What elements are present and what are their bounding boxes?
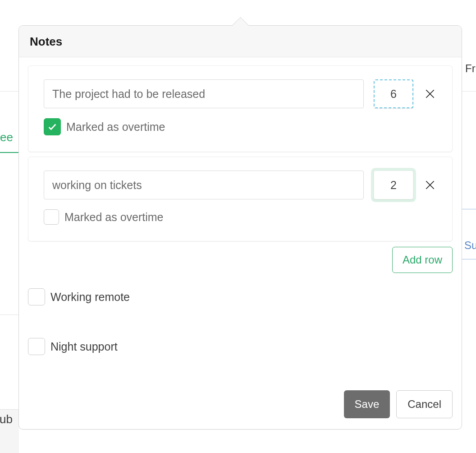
note-hours-input[interactable]: [374, 171, 413, 199]
note-text-input[interactable]: [44, 171, 364, 199]
note-card: Marked as overtime: [28, 65, 453, 152]
add-row-wrap: Add row: [28, 247, 453, 273]
overtime-checkbox[interactable]: [44, 118, 61, 135]
note-text-input[interactable]: [44, 79, 364, 108]
cancel-button[interactable]: Cancel: [396, 390, 453, 418]
notes-modal: Notes Marked as: [18, 25, 462, 430]
bg-line: [0, 314, 19, 315]
overtime-row: Marked as overtime: [44, 209, 437, 225]
working-remote-checkbox[interactable]: [28, 288, 45, 305]
working-remote-row: Working remote: [28, 288, 453, 305]
remove-note-button[interactable]: [423, 87, 437, 101]
save-button[interactable]: Save: [344, 390, 390, 418]
bg-tab-underline: [0, 152, 19, 153]
add-row-button[interactable]: Add row: [392, 247, 453, 273]
note-card: Marked as overtime: [28, 157, 453, 241]
overtime-checkbox[interactable]: [44, 209, 59, 225]
bg-tab-fragment: ee: [0, 130, 13, 150]
night-support-checkbox[interactable]: [28, 338, 45, 355]
overtime-row: Marked as overtime: [44, 118, 437, 135]
close-icon: [424, 179, 436, 191]
bg-text-fragment: ub: [0, 412, 13, 426]
overtime-label: Marked as overtime: [66, 120, 165, 134]
note-row: [44, 79, 437, 108]
bg-day-fr: Fr: [465, 62, 476, 75]
note-hours-input[interactable]: [374, 79, 413, 108]
bg-line: [460, 209, 476, 209]
modal-title: Notes: [30, 35, 451, 49]
check-icon: [47, 122, 57, 132]
working-remote-label: Working remote: [50, 291, 130, 304]
modal-footer: Save Cancel: [28, 390, 453, 418]
bg-day-su: Su: [464, 239, 476, 252]
night-support-row: Night support: [28, 338, 453, 355]
bg-line: [460, 259, 476, 259]
remove-note-button[interactable]: [423, 178, 437, 192]
night-support-label: Night support: [50, 340, 118, 353]
overtime-label: Marked as overtime: [64, 211, 164, 224]
close-icon: [424, 88, 436, 100]
modal-body: Marked as overtime: [19, 57, 462, 429]
modal-pointer: [234, 19, 246, 31]
note-row: [44, 171, 437, 199]
